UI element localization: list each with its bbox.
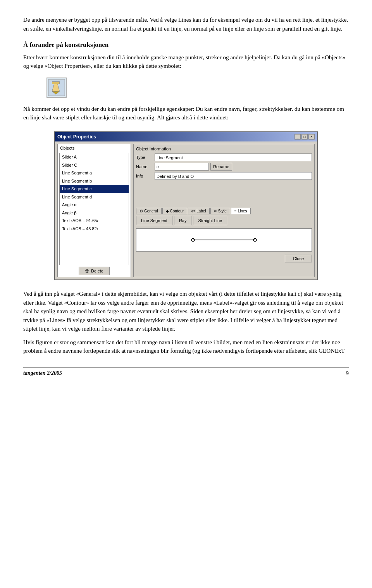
line-type-btn-line-segment[interactable]: Line Segment bbox=[136, 216, 172, 225]
objects-panel: Objects Slider ASlider CLine Segment aLi… bbox=[57, 144, 131, 278]
info-row: Info Defined by B and O bbox=[136, 172, 312, 180]
dialog-wrapper: Object Properties _ □ × Objects Slider A… bbox=[54, 131, 318, 281]
journal-name: tangenten 2/2005 bbox=[23, 369, 62, 377]
line-preview bbox=[136, 228, 312, 252]
object-properties-dialog: Object Properties _ □ × Objects Slider A… bbox=[54, 131, 318, 281]
type-row: Type Line Segment bbox=[136, 153, 312, 161]
titlebar-buttons: _ □ × bbox=[294, 134, 315, 140]
pencil-icon-container bbox=[46, 78, 349, 98]
dialog-titlebar: Object Properties _ □ × bbox=[55, 132, 317, 141]
tab-lines[interactable]: ≡Lines bbox=[231, 208, 251, 214]
tab-label: Contour bbox=[170, 209, 184, 213]
paragraph-1: De andre menyene er bygget opp på tilsva… bbox=[23, 16, 349, 33]
list-item[interactable]: Angle β bbox=[60, 209, 129, 217]
page-number: 9 bbox=[346, 369, 349, 378]
tab-label: Style bbox=[218, 209, 227, 213]
type-label: Type bbox=[136, 154, 155, 161]
paragraph-5: Hvis figuren er stor og sammensatt kan d… bbox=[23, 338, 349, 355]
tab-contour[interactable]: ◆Contour bbox=[162, 208, 188, 214]
delete-button[interactable]: 🗑 Delete bbox=[79, 267, 110, 275]
dialog-close-button[interactable]: Close bbox=[285, 255, 312, 262]
paragraph-3: Nå kommer det opp et vindu der du kan en… bbox=[23, 105, 349, 122]
diamond-icon: ◆ bbox=[166, 209, 169, 213]
footer: tangenten 2/2005 9 bbox=[23, 367, 349, 378]
objects-panel-title: Objects bbox=[58, 144, 131, 152]
list-item[interactable]: Slider A bbox=[60, 153, 129, 161]
pen-icon: ✏ bbox=[214, 209, 217, 213]
line-type-btn-ray[interactable]: Ray bbox=[174, 216, 192, 225]
tab-label: Label bbox=[196, 209, 206, 213]
delete-label: Delete bbox=[91, 268, 103, 274]
maximize-button[interactable]: □ bbox=[301, 134, 308, 140]
info-value: Defined by B and O bbox=[155, 172, 312, 180]
info-label: Info bbox=[136, 173, 155, 179]
paragraph-4: Ved å gå inn på valget «General» i dette… bbox=[23, 290, 349, 333]
trash-icon: 🗑 bbox=[85, 267, 90, 274]
label-icon: 🏷 bbox=[191, 209, 195, 213]
list-item[interactable]: Line Segment a bbox=[60, 169, 129, 177]
lines-icon: ≡ bbox=[234, 209, 237, 213]
object-info-title: Object Information bbox=[136, 146, 312, 152]
info-panel: Object Information Type Line Segment Nam… bbox=[133, 144, 315, 278]
tabs-row: ⚙General◆Contour🏷Label✏Style≡Lines bbox=[136, 208, 312, 214]
close-button-row: Close bbox=[136, 255, 312, 262]
tab-general[interactable]: ⚙General bbox=[136, 208, 162, 214]
line-type-btn-straight-line[interactable]: Straight Line bbox=[193, 216, 227, 225]
dialog-title: Object Properties bbox=[57, 133, 96, 140]
info-spacer bbox=[136, 181, 312, 205]
list-item[interactable]: Text ‹ACB = 45.82› bbox=[60, 225, 129, 233]
name-input[interactable] bbox=[155, 163, 209, 171]
list-item[interactable]: Angle α bbox=[60, 201, 129, 209]
pencil-icon bbox=[46, 78, 67, 98]
rename-button[interactable]: Rename bbox=[210, 163, 232, 171]
gear-icon: ⚙ bbox=[140, 209, 143, 213]
tab-style[interactable]: ✏Style bbox=[210, 208, 230, 214]
type-value: Line Segment bbox=[155, 153, 312, 161]
dialog-body: Objects Slider ASlider CLine Segment aLi… bbox=[55, 141, 317, 280]
tab-label: Lines bbox=[238, 209, 247, 213]
list-item[interactable]: Slider C bbox=[60, 161, 129, 169]
list-item[interactable]: Text ‹AOB = 91.65› bbox=[60, 217, 129, 225]
list-item[interactable]: Line Segment d bbox=[60, 193, 129, 201]
objects-list[interactable]: Slider ASlider CLine Segment aLine Segme… bbox=[59, 153, 129, 265]
tab-label: General bbox=[144, 209, 158, 213]
section-heading-1: Å forandre på konstruksjonen bbox=[23, 40, 349, 50]
paragraph-4a: Ved å gå inn på valget «General» i dette… bbox=[23, 291, 298, 297]
name-label: Name bbox=[136, 164, 155, 170]
paragraph-2: Etter hvert kommer konstruksjonen din ti… bbox=[23, 53, 349, 71]
list-item[interactable]: Line Segment b bbox=[60, 177, 129, 185]
tab-label[interactable]: 🏷Label bbox=[188, 208, 209, 214]
list-item[interactable]: Line Segment c bbox=[60, 185, 129, 193]
minimize-button[interactable]: _ bbox=[294, 134, 301, 140]
name-row: Name Rename bbox=[136, 163, 312, 171]
close-titlebar-button[interactable]: × bbox=[308, 134, 315, 140]
line-type-buttons: Line SegmentRayStraight Line bbox=[136, 216, 312, 225]
svg-rect-5 bbox=[52, 81, 59, 84]
